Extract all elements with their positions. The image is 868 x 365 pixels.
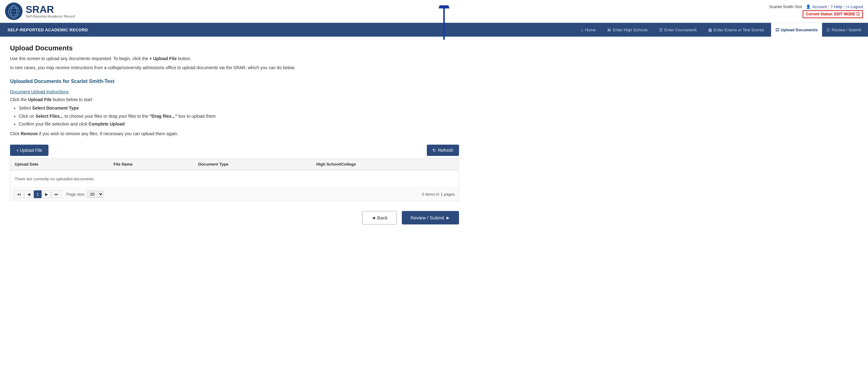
home-icon: ⌂	[581, 28, 584, 32]
status-badge: Current Status: EDIT MODE ⓘ	[803, 10, 863, 18]
page-title: Upload Documents	[10, 44, 459, 52]
instructions-intro: Click the Upload File button below to st…	[10, 96, 459, 103]
logo-text: SRAR Self-Reported Academic Record	[26, 4, 75, 18]
col-file-name: File Name	[109, 159, 194, 170]
document-icon: ☑	[775, 28, 779, 32]
status-info-icon: ⓘ	[856, 12, 860, 16]
logo-icon	[5, 2, 23, 20]
bottom-actions: ◄ Back Review / Submit ►	[10, 211, 459, 224]
col-high-school: High School/College	[312, 159, 459, 170]
instructions-area: Document Upload Instructions Click the U…	[10, 89, 459, 137]
nav-upload-documents[interactable]: ☑ Upload Documents	[771, 23, 822, 37]
items-count: 0 items in 1 pages	[422, 192, 455, 197]
building-icon: 🏛	[607, 28, 611, 32]
page-1-btn[interactable]: 1	[34, 190, 41, 198]
upload-file-button[interactable]: + Upload File	[10, 145, 49, 156]
account-icon: 👤	[806, 4, 811, 9]
documents-table: Upload Date File Name Document Type High…	[10, 159, 459, 188]
logout-link[interactable]: Logout	[850, 4, 863, 9]
nav-coursework[interactable]: ☰ Enter Coursework	[655, 23, 701, 37]
last-page-btn[interactable]: ⏭	[52, 190, 61, 198]
table-toolbar: + Upload File ↻ Refresh	[10, 142, 459, 159]
logo-area: SRAR Self-Reported Academic Record	[5, 2, 75, 20]
instruction-item-3: Confirm your file selection and click Co…	[19, 120, 459, 128]
top-right-area: Scarlet Smith-Test - 👤 Account | ? Help …	[769, 4, 863, 18]
table-body: There are currently no uploaded document…	[10, 170, 459, 188]
pagination-bar: ⏮ ◀ 1 ▶ ⏭ Page size: 20 50 100 0 items i…	[10, 188, 459, 201]
help-icon: ?	[831, 4, 833, 9]
nav-high-schools[interactable]: 🏛 Enter High Schools	[603, 23, 652, 37]
pagination-controls: ⏮ ◀ 1 ▶ ⏭	[14, 190, 61, 198]
remove-note: Click Remove if you wish to remove any f…	[10, 131, 459, 137]
logo-srar-text: SRAR	[26, 4, 75, 15]
back-button[interactable]: ◄ Back	[362, 211, 397, 224]
page-size-select[interactable]: 20 50 100	[87, 191, 103, 198]
table-header-row: Upload Date File Name Document Type High…	[10, 159, 459, 170]
instructions-link[interactable]: Document Upload Instructions	[10, 89, 69, 94]
table-header: Upload Date File Name Document Type High…	[10, 159, 459, 170]
logo-subtitle-text: Self-Reported Academic Record	[26, 15, 75, 18]
section-header: Uploaded Documents for Scarlet Smith-Tes…	[10, 79, 459, 85]
next-page-btn[interactable]: ▶	[42, 190, 51, 198]
empty-message-row: There are currently no uploaded document…	[10, 170, 459, 188]
refresh-icon: ↻	[432, 148, 436, 153]
user-links-area: Scarlet Smith-Test - 👤 Account | ? Help …	[769, 4, 863, 9]
col-document-type: Document Type	[194, 159, 312, 170]
instruction-item-2: Click on Select Files... to choose your …	[19, 112, 459, 120]
nav-review-submit[interactable]: ☑ Review / Submit	[822, 23, 866, 37]
nav-items: ⌂ Home · 🏛 Enter High Schools · ☰ Enter …	[93, 23, 866, 37]
main-content: Upload Documents Use this screen to uplo…	[0, 37, 469, 232]
logout-icon: ↪	[846, 4, 849, 9]
first-page-btn[interactable]: ⏮	[14, 190, 24, 198]
table-icon: ▦	[708, 28, 712, 32]
nav-home[interactable]: ⌂ Home	[577, 23, 600, 37]
arrow-indicator	[432, 5, 457, 43]
review-submit-button[interactable]: Review / Submit ►	[402, 211, 459, 224]
account-link[interactable]: Account	[812, 4, 827, 9]
user-name: Scarlet Smith-Test	[769, 4, 802, 9]
page-description: Use this screen to upload any documents …	[10, 55, 459, 62]
page-size-label: Page size:	[66, 192, 85, 197]
help-link[interactable]: Help	[834, 4, 842, 9]
prev-page-btn[interactable]: ◀	[24, 190, 33, 198]
pagination-left: ⏮ ◀ 1 ▶ ⏭ Page size: 20 50 100	[14, 190, 103, 198]
page-description2: In rare cases, you may receive instructi…	[10, 64, 459, 71]
instructions-list: Select Select Document Type Click on Sel…	[19, 104, 459, 128]
checkmark-icon: ☑	[827, 28, 830, 32]
list-icon: ☰	[659, 28, 663, 32]
refresh-button[interactable]: ↻ Refresh	[427, 145, 459, 156]
nav-brand-label: SELF-REPORTED ACADEMIC RECORD	[2, 28, 93, 32]
col-upload-date: Upload Date	[10, 159, 109, 170]
nav-exams[interactable]: ▦ Enter Exams or Test Scores	[704, 23, 768, 37]
empty-message: There are currently no uploaded document…	[10, 170, 459, 188]
instruction-item-1: Select Select Document Type	[19, 104, 459, 112]
